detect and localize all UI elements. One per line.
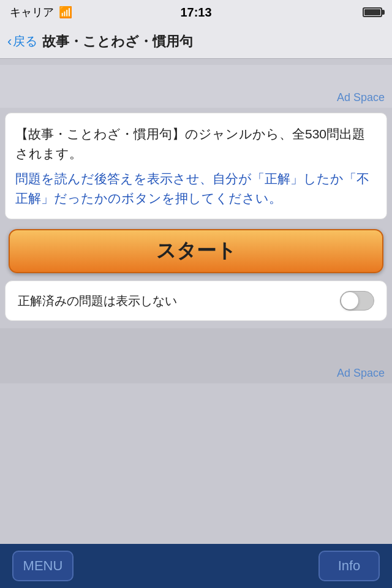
toggle-card: 正解済みの問題は表示しない (5, 281, 387, 321)
content-area: Ad Space 【故事・ことわざ・慣用句】のジャンルから、全530問出題されま… (0, 59, 392, 390)
ad-space-top: Ad Space (0, 65, 392, 108)
wifi-icon: 📶 (59, 6, 72, 19)
start-button-label: スタート (156, 238, 236, 265)
toggle-label: 正解済みの問題は表示しない (18, 293, 177, 309)
back-button[interactable]: ‹ 戻る (7, 33, 37, 50)
chevron-left-icon: ‹ (7, 34, 12, 50)
status-bar: キャリア 📶 17:13 (0, 0, 392, 24)
ad-space-bottom: Ad Space (0, 328, 392, 383)
ad-bottom-label: Ad Space (337, 367, 385, 380)
info-card: 【故事・ことわざ・慣用句】のジャンルから、全530問出題されます。 問題を読んだ… (5, 113, 387, 219)
battery-icon (363, 7, 382, 17)
status-left: キャリア 📶 (10, 5, 72, 20)
info-tab-button[interactable]: Info (318, 551, 380, 581)
nav-title: 故事・ことわざ・慣用句 (42, 32, 193, 51)
nav-bar: ‹ 戻る 故事・ことわざ・慣用句 (0, 24, 392, 59)
carrier-label: キャリア (10, 5, 54, 20)
menu-tab-button[interactable]: MENU (12, 551, 74, 581)
info-text-black: 【故事・ことわざ・慣用句】のジャンルから、全530問出題されます。 (15, 124, 377, 163)
skip-correct-toggle[interactable] (340, 291, 374, 311)
info-tab-label: Info (338, 558, 361, 574)
status-right (363, 7, 382, 17)
back-label: 戻る (13, 33, 37, 50)
status-time: 17:13 (180, 6, 211, 20)
start-button[interactable]: スタート (9, 229, 383, 273)
info-text-blue: 問題を読んだ後答えを表示させ、自分が「正解」したか「不正解」だったかのボタンを押… (15, 169, 377, 208)
ad-top-label: Ad Space (337, 91, 385, 104)
menu-tab-label: MENU (23, 558, 63, 574)
start-button-wrapper: スタート (9, 229, 383, 273)
toggle-knob (341, 292, 358, 309)
tab-bar: MENU Info (0, 544, 392, 588)
